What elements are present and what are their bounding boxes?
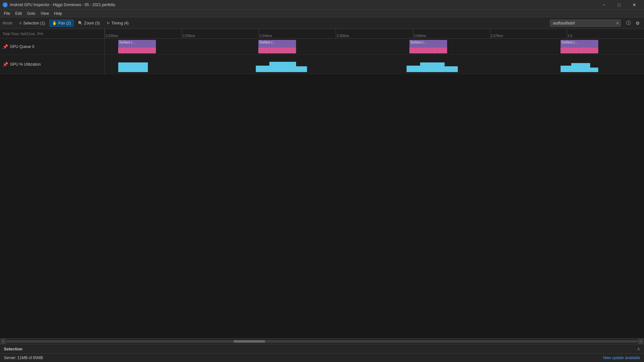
timeline-ruler: 2,520ms 2,530ms 2,540ms 2,550ms 2,560ms …: [105, 29, 644, 38]
track-gpu-queue-canvas[interactable]: Surface (... Surface (... Surface (... S…: [105, 39, 644, 54]
server-info: Server: 11MB of 65MB: [4, 356, 43, 360]
ruler-tick-2: 2,540ms: [259, 29, 272, 38]
search-wrapper: ✕: [550, 20, 621, 27]
track-gpu-util-label: 📌 GPU % Utilization: [0, 55, 105, 74]
ruler-tick-4: 2,560ms: [413, 29, 426, 38]
timeline-header: Total Time: 5s021ms 2ms 2,520ms 2,530ms …: [0, 29, 644, 39]
surface-stripes-1: [118, 48, 156, 53]
info-button[interactable]: ⓘ: [625, 19, 632, 27]
menu-file[interactable]: File: [1, 11, 13, 16]
minimize-button[interactable]: −: [597, 0, 611, 10]
bottom-panel-header: Selection ∧: [0, 344, 644, 354]
menu-goto[interactable]: Goto: [24, 11, 38, 16]
bottom-panel-content: Server: 11MB of 65MB New update availabl…: [0, 354, 644, 362]
surface-stripes-4: [561, 48, 598, 53]
surface-block-1[interactable]: Surface (...: [118, 40, 156, 53]
surface-block-2[interactable]: Surface (...: [258, 40, 296, 53]
util-bar-7: [420, 62, 444, 72]
bottom-panel-title: Selection: [4, 347, 23, 351]
mode-pan-label: Pan (2): [58, 21, 71, 25]
scrollbar-thumb[interactable]: [234, 340, 265, 343]
util-bar-8: [445, 66, 458, 72]
timing-icon: ⊢: [107, 21, 110, 25]
update-link[interactable]: New update available: [603, 356, 640, 360]
scrollbar-area: ‹ ›: [0, 338, 644, 344]
ruler-tick-1: 2,530ms: [182, 29, 195, 38]
util-bar-5: [296, 66, 307, 72]
menu-help[interactable]: Help: [52, 11, 65, 16]
mode-zoom-button[interactable]: 🔍 Zoom (3): [75, 20, 103, 27]
track-gpu-util-canvas[interactable]: [105, 55, 644, 74]
track-gpu-util: 📌 GPU % Utilization: [0, 55, 644, 74]
scroll-left-button[interactable]: ‹: [1, 339, 6, 344]
toolbar: Mode: ⊹ Selection (1) ✋ Pan (2) 🔍 Zoom (…: [0, 17, 644, 29]
tracks-container: 📌 GPU Queue 0 Surface (... Surface (... …: [0, 39, 644, 338]
util-bar-3: [256, 66, 269, 72]
util-bar-10: [571, 63, 590, 72]
bottom-panel: Selection ∧ Server: 11MB of 65MB New upd…: [0, 344, 644, 362]
selection-icon: ⊹: [19, 21, 22, 25]
track-gpu-queue-label: 📌 GPU Queue 0: [0, 39, 105, 54]
scale-label: 2ms: [37, 32, 43, 35]
pan-icon: ✋: [52, 21, 57, 25]
track-gpu-queue: 📌 GPU Queue 0 Surface (... Surface (... …: [0, 39, 644, 55]
window-title: Android GPU Inspector - Higgs Dominoes -…: [10, 3, 115, 7]
settings-button[interactable]: ⚙: [634, 19, 641, 27]
app-icon: [3, 2, 8, 7]
collapse-button[interactable]: ∧: [637, 346, 640, 351]
surface-stripes-3: [409, 48, 447, 53]
window-controls: − □ ✕: [597, 0, 641, 10]
menu-edit[interactable]: Edit: [13, 11, 24, 16]
mode-selection-button[interactable]: ⊹ Selection (1): [16, 20, 48, 27]
title-bar: Android GPU Inspector - Higgs Dominoes -…: [0, 0, 644, 10]
util-bar-6: [407, 66, 420, 72]
surface-block-4[interactable]: Surface (...: [561, 40, 598, 53]
menu-bar: File Edit Goto View Help: [0, 10, 644, 17]
scroll-right-button[interactable]: ›: [638, 339, 643, 344]
menu-view[interactable]: View: [38, 11, 52, 16]
zoom-icon: 🔍: [78, 21, 83, 25]
search-input[interactable]: [550, 20, 621, 27]
mode-zoom-label: Zoom (3): [84, 21, 100, 25]
ruler-tick-0: 2,520ms: [105, 29, 118, 38]
util-bar-2: [140, 66, 148, 72]
total-time-label: Total Time: 5s021ms 2ms: [0, 29, 105, 38]
mode-label: Mode:: [3, 21, 13, 25]
surface-block-3[interactable]: Surface (...: [409, 40, 447, 53]
util-bar-4: [269, 62, 296, 72]
surface-stripes-2: [258, 48, 296, 53]
ruler-tick-6: 2,5: [567, 29, 572, 38]
toolbar-right-icons: ⓘ ⚙: [625, 19, 641, 27]
mode-selection-label: Selection (1): [23, 21, 45, 25]
mode-timing-button[interactable]: ⊢ Timing (4): [104, 20, 132, 27]
title-bar-left: Android GPU Inspector - Higgs Dominoes -…: [3, 2, 115, 7]
scrollbar-track[interactable]: [6, 340, 638, 343]
server-value: 11MB of 65MB: [17, 356, 43, 360]
empty-track-area: [0, 74, 644, 338]
close-button[interactable]: ✕: [627, 0, 641, 10]
ruler-tick-3: 2,550ms: [336, 29, 349, 38]
util-bar-11: [590, 68, 598, 72]
util-bar-9: [561, 66, 571, 72]
mode-timing-label: Timing (4): [111, 21, 129, 25]
pin-icon-queue[interactable]: 📌: [3, 44, 8, 49]
mode-pan-button[interactable]: ✋ Pan (2): [49, 20, 74, 27]
ruler-tick-5: 2,570ms: [490, 29, 503, 38]
search-clear-button[interactable]: ✕: [616, 21, 620, 25]
maximize-button[interactable]: □: [612, 0, 626, 10]
pin-icon-util[interactable]: 📌: [3, 62, 8, 67]
